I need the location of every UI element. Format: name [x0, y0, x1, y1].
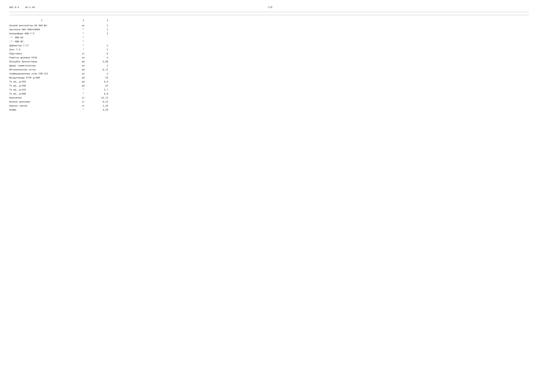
cell-quantity: 4 [93, 56, 108, 59]
cell-item-name: Заслонка КВУ 600хI0009 [9, 28, 74, 31]
cell-quantity: 3,08 [93, 61, 108, 63]
cell-item-name: То же, д=355 [9, 81, 74, 83]
cell-unit: " [74, 33, 93, 35]
cell-item-name: Дверь герметическая [9, 65, 74, 67]
cell-item-name: -"- КВБ-6П [9, 36, 74, 39]
cell-quantity: 0,7I [93, 69, 108, 71]
cell-quantity: I [93, 65, 108, 67]
table-row: Белила цинковыекг6,I3 [9, 101, 529, 104]
table-row: Дефлектор Т-I7"2 [9, 44, 529, 48]
cell-item-name: Осевой вентилятор 06-300 №4 [9, 24, 74, 27]
table-row: То же, д=355м26,9 [9, 81, 529, 84]
table-row: Заслонка КВУ 600хI0009"I [9, 28, 529, 32]
dashed-line-1 [9, 12, 529, 12]
cell-unit: шт [74, 73, 93, 75]
cell-quantity: I,7 [93, 89, 108, 91]
table-body: Осевой вентилятор 06-300 №4штIЗаслонка К… [9, 24, 529, 112]
cell-item-name: Воздуховоды б=55 д=400 [9, 77, 74, 79]
table-row: -"- КВБ-8П" [9, 40, 529, 44]
table-row: Унифицированные узлы УЛП-2IIшт2 [9, 73, 529, 76]
cell-item-name: -"- КВБ-8П [9, 40, 74, 43]
cell-quantity: 4I,72 [93, 97, 108, 99]
cell-item-name: То же, д=225 [9, 89, 74, 91]
cell-item-name: Зонт Т-5 [9, 48, 74, 51]
cell-quantity: I [93, 28, 108, 31]
table-row: Воздуховоды б=55 д=400м2I5 [9, 77, 529, 80]
document-code: 90I-8-3 [9, 6, 19, 9]
table-row: Дверь герметическаяштI [9, 65, 529, 68]
separator-lines [9, 12, 529, 18]
cell-unit: " [74, 109, 93, 111]
cell-unit: кг [74, 105, 93, 107]
cell-quantity: 4,28 [93, 109, 108, 111]
cell-unit: м2 [74, 84, 93, 87]
cell-unit: шт [74, 24, 93, 27]
cell-quantity: I3 [93, 84, 108, 87]
header-right-spacer [505, 6, 529, 9]
document-standard: Ал.У.84 [25, 6, 35, 9]
cell-item-name: Крепления [9, 97, 74, 99]
table-row: Патрубки брезентовыем23,08 [9, 61, 529, 64]
cell-item-name: Металлическая сетка [9, 69, 74, 71]
column-number-row: I 2 3 [9, 19, 529, 22]
cell-item-name: Краски тертые [9, 105, 74, 107]
table-row: Подставкикг6 [9, 52, 529, 56]
cell-quantity: I,25 [93, 105, 108, 107]
col-num-1: I [9, 19, 74, 22]
cell-item-name: Дефлектор Т-I7 [9, 44, 74, 47]
table-row: Калориферы КВБ-7-П"I [9, 33, 529, 36]
table-row: Зонт Т-5"I [9, 48, 529, 52]
table-row: Осевой вентилятор 06-300 №4штI [9, 24, 529, 28]
table-row: Металлическая сеткам20,7I [9, 69, 529, 72]
cell-quantity: 6,9 [93, 81, 108, 83]
cell-quantity: 6,I3 [93, 101, 108, 103]
cell-unit: " [74, 93, 93, 95]
table-row: То же, д=I60м2I3 [9, 84, 529, 88]
cell-item-name: Калориферы КВБ-7-П [9, 33, 74, 35]
table-row: Олифа"4,28 [9, 109, 529, 112]
cell-quantity: 2 [93, 44, 108, 47]
cell-quantity: I [93, 48, 108, 51]
cell-unit: " [74, 48, 93, 51]
page-number: I76 [268, 6, 272, 9]
col-num-2: 2 [74, 19, 93, 22]
table-row: То же, д=225"I,7 [9, 89, 529, 92]
cell-item-name: Олифа [9, 109, 74, 111]
cell-item-name: Патрубки брезентовые [9, 61, 74, 63]
cell-unit: " [74, 89, 93, 91]
cell-unit: кг [74, 97, 93, 99]
cell-quantity: I [93, 33, 108, 35]
cell-unit: шт [74, 56, 93, 59]
cell-quantity: 2 [93, 73, 108, 75]
cell-item-name: Решетки щелевые РI50 [9, 56, 74, 59]
cell-unit: шт [74, 65, 93, 67]
header-left: 90I-8-3 Ал.У.84 [9, 6, 35, 9]
cell-unit: кг [74, 101, 93, 103]
cell-unit: м2 [74, 77, 93, 79]
col-num-3: 3 [93, 19, 108, 22]
cell-item-name: То же, д=I60 [9, 84, 74, 87]
dashed-line-2 [9, 15, 529, 15]
cell-unit: м2 [74, 81, 93, 83]
page-container: 90I-8-3 Ал.У.84 I76 I 2 3 Осевой вентиля… [9, 6, 529, 112]
cell-quantity: I5 [93, 77, 108, 79]
cell-quantity: I [93, 24, 108, 27]
cell-quantity: 6,6 [93, 93, 108, 95]
table-row: Краски тертыекгI,25 [9, 105, 529, 108]
cell-unit: кг [74, 52, 93, 55]
cell-unit: м2 [74, 69, 93, 71]
cell-unit: " [74, 28, 93, 31]
cell-unit: " [74, 36, 93, 39]
table-row: -"- КВБ-6П" [9, 36, 529, 40]
cell-unit: " [74, 40, 93, 43]
cell-unit: " [74, 44, 93, 47]
page-header: 90I-8-3 Ал.У.84 I76 [9, 6, 529, 9]
table-row: Решетки щелевые РI50шт4 [9, 56, 529, 60]
table-row: То же, д=500"6,6 [9, 93, 529, 96]
table-row: Креплениякг4I,72 [9, 97, 529, 100]
cell-unit: м2 [74, 61, 93, 63]
cell-item-name: Подставки [9, 52, 74, 55]
cell-item-name: Унифицированные узлы УЛП-2II [9, 73, 74, 75]
cell-item-name: Белила цинковые [9, 101, 74, 103]
cell-item-name: То же, д=500 [9, 93, 74, 95]
